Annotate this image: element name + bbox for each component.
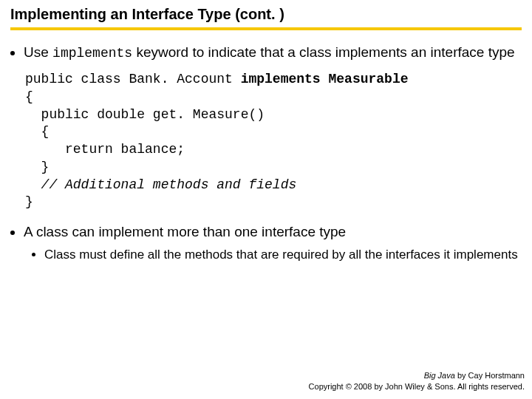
slide-footer: Big Java by Cay Horstmann Copyright © 20…	[309, 370, 525, 392]
code-line-2: {	[25, 89, 33, 104]
title-underline	[10, 27, 522, 30]
code-line-1b: implements Measurable	[241, 72, 409, 86]
bullet-item-1: Use implements keyword to indicate that …	[24, 44, 522, 62]
slide-title: Implementing an Interface Type (cont. )	[10, 6, 522, 26]
footer-copyright: Copyright © 2008 by John Wiley & Sons. A…	[309, 381, 525, 392]
code-line-1a: public class Bank. Account	[25, 72, 241, 86]
slide: Implementing an Interface Type (cont. ) …	[0, 0, 532, 399]
code-line-4: {	[25, 124, 49, 139]
bullet1-pre: Use	[24, 44, 52, 60]
code-line-8: }	[25, 194, 33, 209]
code-block: public class Bank. Account implements Me…	[25, 71, 522, 211]
bullet-item-2: A class can implement more than one inte…	[24, 223, 522, 263]
footer-bookname: Big Java	[424, 371, 455, 380]
footer-line-1: Big Java by Cay Horstmann	[309, 370, 525, 381]
code-line-5: return balance;	[25, 142, 185, 157]
footer-byline: by Cay Horstmann	[455, 371, 525, 380]
sub-bullet-1: Class must define all the methods that a…	[44, 247, 522, 263]
code-line-6: }	[25, 160, 49, 174]
bullet-list-2: A class can implement more than one inte…	[24, 223, 522, 263]
code-line-3: public double get. Measure()	[25, 107, 265, 122]
sub-bullet-list: Class must define all the methods that a…	[44, 247, 522, 263]
bullet1-keyword: implements	[52, 46, 132, 61]
bullet-list: Use implements keyword to indicate that …	[24, 44, 522, 62]
bullet2-text: A class can implement more than one inte…	[24, 224, 346, 239]
bullet1-post: keyword to indicate that a class impleme…	[132, 44, 514, 60]
code-line-7: // Additional methods and fields	[25, 177, 296, 192]
